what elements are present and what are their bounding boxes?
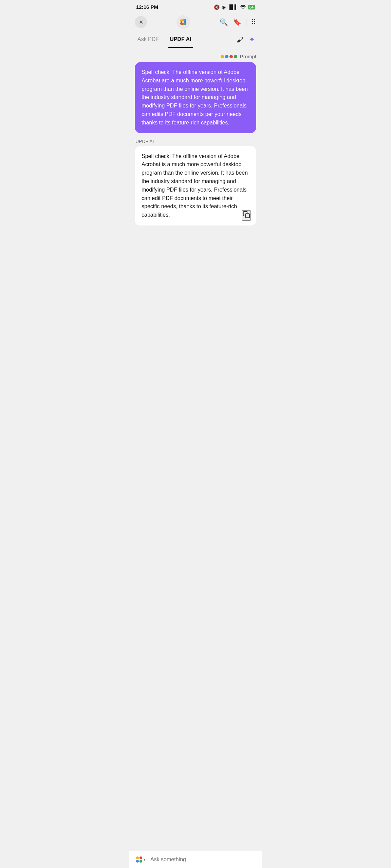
sparkle-icon: ✦ bbox=[249, 35, 255, 44]
dot-red bbox=[229, 55, 233, 58]
ai-sender-label: UPDF AI bbox=[135, 139, 256, 144]
nav-left: ✕ bbox=[135, 16, 147, 28]
copy-button[interactable] bbox=[242, 210, 251, 221]
wifi-icon bbox=[240, 4, 246, 10]
nav-divider bbox=[246, 18, 246, 26]
app-logo bbox=[176, 15, 190, 29]
status-bar: 12:16 PM 🔇 ◉ ▐▌▌ 64 bbox=[129, 0, 262, 13]
input-dots bbox=[136, 856, 142, 863]
dot-yellow bbox=[221, 55, 224, 58]
input-dot-yellow bbox=[136, 856, 139, 859]
ai-response-section: UPDF AI Spell check: The offline version… bbox=[135, 139, 256, 225]
copy-icon bbox=[243, 212, 250, 220]
tab-bar: Ask PDF UPDF AI 🖌 ✦ bbox=[129, 32, 262, 48]
tab-ask-pdf[interactable]: Ask PDF bbox=[136, 32, 160, 48]
input-dot-green bbox=[139, 860, 142, 863]
mute-icon: 🔇 bbox=[214, 4, 220, 10]
alarm-icon: ◉ bbox=[222, 4, 226, 10]
nav-center bbox=[176, 15, 190, 29]
svg-rect-9 bbox=[245, 214, 249, 218]
input-dot-red bbox=[139, 856, 142, 859]
tab-list: Ask PDF UPDF AI bbox=[136, 32, 193, 48]
close-icon: ✕ bbox=[139, 19, 143, 25]
bottom-input-area: ▾ bbox=[129, 851, 262, 868]
user-message: Spell check: The offline version of Adob… bbox=[135, 62, 256, 133]
input-dot-blue bbox=[136, 860, 139, 863]
dot-blue bbox=[225, 55, 228, 58]
svg-point-8 bbox=[182, 21, 185, 23]
battery-icon: 64 bbox=[248, 5, 255, 9]
nav-right: 🔍 🔖 ⠿ bbox=[220, 18, 256, 26]
brush-button[interactable]: 🖌 bbox=[237, 36, 243, 44]
bookmark-icon: 🔖 bbox=[233, 18, 241, 26]
close-button[interactable]: ✕ bbox=[135, 16, 147, 28]
ai-message: Spell check: The offline version of Adob… bbox=[135, 146, 256, 225]
bookmark-button[interactable]: 🔖 bbox=[233, 18, 241, 26]
top-nav: ✕ 🔍 🔖 ⠿ bbox=[129, 13, 262, 32]
prompt-dots bbox=[221, 55, 237, 58]
search-icon: 🔍 bbox=[220, 18, 228, 26]
ask-input[interactable] bbox=[150, 856, 256, 863]
search-button[interactable]: 🔍 bbox=[220, 18, 228, 26]
chat-area: Prompt Spell check: The offline version … bbox=[129, 48, 262, 851]
grid-icon: ⠿ bbox=[251, 18, 256, 26]
tab-actions: 🖌 ✦ bbox=[237, 35, 255, 44]
chevron-down-icon: ▾ bbox=[144, 857, 146, 862]
sparkle-button[interactable]: ✦ bbox=[249, 35, 255, 44]
prompt-header: Prompt bbox=[135, 54, 256, 59]
status-icons: 🔇 ◉ ▐▌▌ 64 bbox=[214, 4, 255, 10]
brush-icon: 🖌 bbox=[237, 36, 243, 44]
tab-updf-ai[interactable]: UPDF AI bbox=[168, 32, 192, 48]
prompt-selector-button[interactable]: ▾ bbox=[135, 855, 147, 864]
user-message-text: Spell check: The offline version of Adob… bbox=[142, 69, 248, 125]
status-time: 12:16 PM bbox=[136, 4, 158, 10]
signal-icon: ▐▌▌ bbox=[228, 4, 238, 10]
grid-button[interactable]: ⠿ bbox=[251, 18, 256, 26]
dot-green bbox=[234, 55, 237, 58]
ai-message-text: Spell check: The offline version of Adob… bbox=[142, 153, 248, 218]
prompt-label: Prompt bbox=[240, 54, 256, 59]
